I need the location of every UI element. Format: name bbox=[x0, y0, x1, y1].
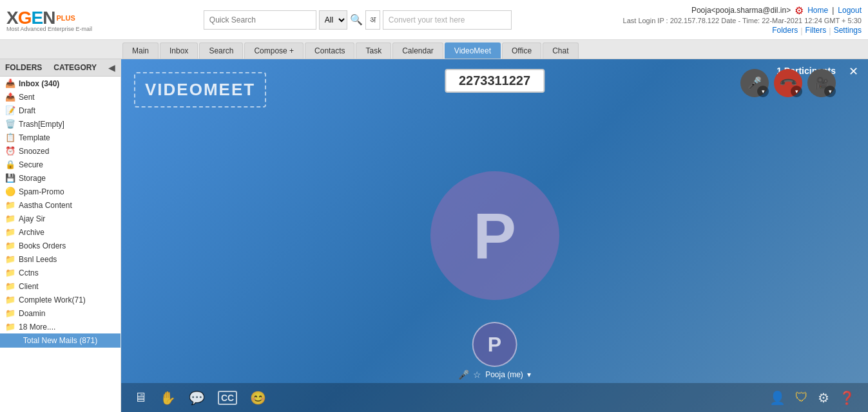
nav-tab-task[interactable]: Task bbox=[356, 42, 391, 59]
sidebar-items: 📥Inbox (340)📤Sent📝Draft🗑️Trash[Empty]📋Te… bbox=[0, 77, 121, 333]
close-button[interactable]: ✕ bbox=[849, 64, 858, 79]
sidebar-item[interactable]: 📝Draft bbox=[0, 104, 121, 117]
sidebar-item[interactable]: 📥Inbox (340) bbox=[0, 77, 121, 90]
chat-icon[interactable]: 💬 bbox=[189, 390, 205, 406]
meeting-id: 2273311227 bbox=[445, 69, 545, 93]
add-person-icon[interactable]: 👤 bbox=[769, 390, 786, 406]
sidebar-item[interactable]: 📁Client bbox=[0, 279, 121, 293]
folder-icon: 🗑️ bbox=[5, 119, 15, 129]
settings-link[interactable]: Settings bbox=[834, 26, 862, 35]
folder-icon: 📥 bbox=[5, 79, 15, 88]
folder-icon: 📁 bbox=[5, 200, 15, 210]
raise-hand-icon[interactable]: ✋ bbox=[160, 390, 176, 406]
folder-icon: 📁 bbox=[5, 308, 15, 318]
search-button[interactable]: 🔍 bbox=[350, 14, 363, 26]
nav-tab-compose[interactable]: Compose + bbox=[244, 42, 304, 59]
folder-icon: 📁 bbox=[5, 214, 15, 223]
folder-icon: 📁 bbox=[5, 254, 15, 264]
mic-dropdown[interactable]: ▾ bbox=[757, 86, 769, 97]
sidebar-item-label: Ajay Sir bbox=[19, 214, 45, 223]
nav-tab-contacts[interactable]: Contacts bbox=[305, 42, 354, 59]
search-input[interactable] bbox=[204, 10, 316, 30]
folder-icon: 📤 bbox=[5, 92, 15, 102]
folder-icon: 📝 bbox=[5, 106, 15, 115]
user-email: Pooja<pooja.sharma@dil.in> bbox=[691, 6, 791, 15]
hangup-button[interactable]: 📞 bbox=[768, 63, 808, 103]
sidebar-item-label: 18 More.... bbox=[19, 323, 55, 332]
videomeet-logo: VIDEOMEET bbox=[134, 72, 266, 108]
hangup-control-wrap: 📞 ▾ bbox=[774, 69, 802, 97]
sidebar-item[interactable]: 💾Storage bbox=[0, 171, 121, 185]
folder-icon: 📁 bbox=[5, 268, 15, 277]
settings-icon[interactable]: ⚙ bbox=[818, 390, 829, 406]
sidebar-item-label: Aastha Content bbox=[19, 201, 72, 210]
logout-link[interactable]: Logout bbox=[838, 6, 862, 15]
logo-area: XGEN PLUS Most Advanced Enterprise E-mai… bbox=[6, 8, 92, 32]
sidebar-item[interactable]: 🗑️Trash[Empty] bbox=[0, 117, 121, 131]
sidebar-item-label: Archive bbox=[19, 228, 44, 237]
sidebar-item[interactable]: 📋Template bbox=[0, 131, 121, 144]
nav-tab-main[interactable]: Main bbox=[122, 42, 159, 59]
main-avatar-letter: P bbox=[473, 199, 516, 273]
bottom-toolbar: 🖥 ✋ 💬 CC 😊 👤 🛡 ⚙ ❓ bbox=[121, 383, 868, 412]
home-link[interactable]: Home bbox=[807, 6, 828, 15]
nav-tab-calendar[interactable]: Calendar bbox=[392, 42, 443, 59]
screen-share-icon[interactable]: 🖥 bbox=[134, 390, 147, 405]
sidebar-item[interactable]: 📁Ajay Sir bbox=[0, 212, 121, 225]
nav-tab-chat[interactable]: Chat bbox=[543, 42, 578, 59]
folder-icon: 📁 bbox=[5, 281, 15, 291]
category-label: CATEGORY bbox=[53, 63, 97, 72]
sidebar-toggle[interactable]: ◀ bbox=[108, 62, 115, 73]
nav-tab-videomeet[interactable]: VideoMeet bbox=[445, 42, 501, 59]
self-mic-icon[interactable]: 🎤 bbox=[458, 370, 469, 380]
hangup-dropdown[interactable]: ▾ bbox=[791, 86, 802, 97]
nav-tab-office[interactable]: Office bbox=[502, 42, 541, 59]
sidebar-item-label: Doamin bbox=[19, 309, 45, 318]
sidebar-item-label: Sent bbox=[19, 93, 35, 102]
sidebar-item[interactable]: 📤Sent bbox=[0, 90, 121, 104]
sidebar-item-label: Storage bbox=[19, 174, 46, 183]
main-avatar: P bbox=[430, 171, 559, 300]
sidebar-item[interactable]: 📁Archive bbox=[0, 225, 121, 239]
nav-tab-inbox[interactable]: Inbox bbox=[160, 42, 198, 59]
sidebar-item[interactable]: 📁Complete Work(71) bbox=[0, 293, 121, 306]
folder-icon: ⏰ bbox=[5, 146, 15, 156]
sidebar-item[interactable]: 📁Doamin bbox=[0, 306, 121, 320]
cam-control-wrap: 🎥 ▾ bbox=[807, 69, 836, 97]
self-controls: 🎤 ☆ Pooja (me) ▾ bbox=[458, 370, 531, 380]
folder-icon: 📋 bbox=[5, 133, 15, 142]
self-star-icon[interactable]: ☆ bbox=[473, 370, 481, 380]
sidebar-item-label: Inbox (340) bbox=[19, 79, 59, 88]
sidebar-item-label: Spam-Promo bbox=[19, 187, 64, 196]
translate-button[interactable]: अ bbox=[365, 10, 380, 30]
sidebar-item[interactable]: 📁Aastha Content bbox=[0, 198, 121, 212]
user-info: Pooja<pooja.sharma@dil.in> ⚙ Home | Logo… bbox=[623, 5, 862, 35]
sidebar-header: FOLDERS CATEGORY ◀ bbox=[0, 59, 121, 77]
bottom-left-tools: 🖥 ✋ 💬 CC 😊 bbox=[134, 390, 266, 406]
help-icon[interactable]: ❓ bbox=[839, 390, 855, 406]
folder-icon: 🔒 bbox=[5, 160, 15, 169]
sidebar-item-label: Complete Work(71) bbox=[19, 295, 86, 304]
folders-link[interactable]: Folders bbox=[772, 26, 798, 35]
nav-tabs: MainInboxSearchCompose +ContactsTaskCale… bbox=[0, 40, 868, 59]
sidebar-item[interactable]: 📁Bsnl Leeds bbox=[0, 252, 121, 266]
sidebar-item[interactable]: 📁18 More.... bbox=[0, 320, 121, 333]
search-dropdown[interactable]: All bbox=[319, 10, 347, 30]
sidebar-item[interactable]: 🔒Secure bbox=[0, 158, 121, 171]
sidebar-item[interactable]: 📁Cctns bbox=[0, 266, 121, 279]
cam-dropdown[interactable]: ▾ bbox=[824, 86, 836, 97]
sidebar-item[interactable]: 🟡Spam-Promo bbox=[0, 185, 121, 198]
folder-icon: 💾 bbox=[5, 173, 15, 183]
filters-link[interactable]: Filters bbox=[805, 26, 827, 35]
self-avatar-letter: P bbox=[488, 333, 501, 357]
self-dropdown[interactable]: ▾ bbox=[527, 370, 531, 379]
closed-caption-icon[interactable]: CC bbox=[218, 391, 237, 405]
sidebar: FOLDERS CATEGORY ◀ 📥Inbox (340)📤Sent📝Dra… bbox=[0, 59, 121, 412]
nav-tab-search[interactable]: Search bbox=[199, 42, 243, 59]
sidebar-item[interactable]: ⏰Snoozed bbox=[0, 144, 121, 158]
sidebar-item-label: Cctns bbox=[19, 268, 39, 277]
folders-label: FOLDERS bbox=[5, 63, 42, 72]
shield-icon[interactable]: 🛡 bbox=[795, 390, 808, 405]
emoji-icon[interactable]: 😊 bbox=[250, 390, 266, 406]
sidebar-item[interactable]: 📁Books Orders bbox=[0, 239, 121, 252]
